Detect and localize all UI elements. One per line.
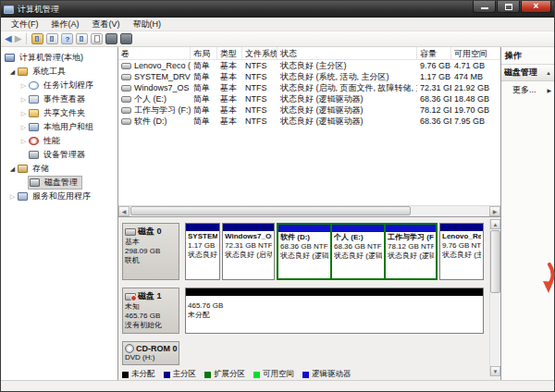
vertical-scrollbar[interactable]: ▲ ▼ — [489, 219, 500, 376]
disk-1-row: 磁盘 1 未知 465.76 GB 没有初始化 465.76 GB 未分配 — [122, 288, 487, 334]
scrollbar-thumb[interactable] — [490, 230, 500, 293]
tree-item-label: 任务计划程序 — [42, 80, 95, 92]
volume-name: 工作与学习 (F:) — [134, 105, 191, 115]
main-area: 计算机管理(本地) ◢ 系统工具 ▷ 任务计划程序 ▷ 事件查看器 ▷ 共享文件… — [1, 47, 554, 380]
cell: 9.76 GB — [417, 61, 451, 70]
back-icon[interactable]: ◀ — [5, 34, 12, 43]
window-panes-icon[interactable] — [46, 33, 58, 44]
show-hide-icon[interactable] — [76, 33, 88, 44]
actions-panel: 操作 磁盘管理 ▲ 更多... ▶ — [500, 47, 554, 380]
partition-lenovo-reco[interactable]: Lenovo_Reco (Q:) 9.76 GB NTFS 状态良好 (主分区) — [439, 223, 484, 280]
tree-item-event-viewer[interactable]: ▷ 事件查看器 — [1, 92, 117, 106]
tree-item-storage[interactable]: ◢ 存储 — [1, 162, 117, 176]
partition-software-d[interactable]: 软件 (D:) 68.36 GB NTFS 状态良好 (逻辑驱动器) — [278, 225, 330, 278]
tree-item-shared-folders[interactable]: ▷ 共享文件夹 — [1, 106, 117, 120]
table-row[interactable]: Windows7_OS (C:) 简单 基本 NTFS 状态良好 (启动, 页面… — [118, 82, 500, 93]
local-users-icon — [29, 123, 39, 131]
scrollbar-track[interactable] — [130, 206, 489, 216]
col-volume[interactable]: 卷 — [118, 47, 191, 60]
col-layout[interactable]: 布局 — [191, 47, 217, 60]
tree-item-local-users[interactable]: ▷ 本地用户和组 — [1, 120, 117, 134]
table-row[interactable]: SYSTEM_DRV 简单 基本 NTFS 状态良好 (系统, 活动, 主分区)… — [118, 71, 500, 82]
volume-icon — [121, 63, 131, 69]
tree-item-performance[interactable]: ▷ 性能 — [1, 134, 117, 148]
forward-icon[interactable]: ▶ — [15, 34, 22, 43]
partition-system-drv[interactable]: SYSTEM_DRV 1.17 GB NTFS 状态良好 (系统, 活动, 主分… — [185, 223, 220, 280]
collapsed-arrow-icon[interactable]: ▷ — [19, 138, 28, 145]
legend-free-swatch — [253, 372, 260, 378]
export-list-icon[interactable] — [91, 33, 103, 44]
manage-icon[interactable] — [120, 33, 132, 44]
services-icon — [18, 192, 28, 201]
properties-icon[interactable] — [105, 33, 117, 44]
scrollbar-thumb[interactable] — [130, 206, 411, 215]
tree-item-disk-management[interactable]: 磁盘管理 — [1, 176, 117, 190]
cell: 78.12 GB — [417, 105, 451, 115]
scroll-right-icon[interactable]: ▶ — [489, 206, 500, 216]
table-row[interactable]: 工作与学习 (F:) 简单 基本 NTFS 状态良好 (逻辑驱动器) 78.12… — [118, 104, 500, 116]
scroll-down-icon[interactable]: ▼ — [490, 366, 500, 376]
close-button[interactable]: × — [521, 1, 551, 13]
volume-icon — [121, 96, 131, 103]
volume-name: 软件 (D:) — [134, 116, 167, 126]
menu-help[interactable]: 帮助(H) — [127, 18, 168, 31]
expanded-arrow-icon[interactable]: ◢ — [8, 68, 17, 76]
tree-item-task-scheduler[interactable]: ▷ 任务计划程序 — [1, 79, 117, 92]
partition-legend: 未分配 主分区 扩展分区 可用空间 逻辑驱动器 — [122, 369, 487, 380]
col-type[interactable]: 类型 — [217, 47, 242, 60]
graphical-view-pane: 磁盘 0 基本 298.09 GB 联机 SYSTEM_DRV 1.17 GB … — [118, 217, 500, 380]
col-free-space[interactable]: 可用空间 — [451, 47, 500, 60]
scroll-left-icon[interactable]: ◀ — [118, 206, 130, 216]
partition-status: 状态良好 (启动, 页面文件, 故障转储, 主分区) — [225, 251, 272, 260]
menu-action[interactable]: 操作(A) — [45, 18, 86, 31]
cell: 68.36 GB — [417, 94, 451, 104]
tree-item-system-tools[interactable]: ◢ 系统工具 — [1, 65, 117, 79]
titlebar: 计算机管理 × — [1, 1, 554, 18]
disk-1-info[interactable]: 磁盘 1 未知 465.76 GB 没有初始化 — [122, 288, 179, 334]
maximize-icon — [505, 4, 512, 10]
menu-file[interactable]: 文件(F) — [5, 18, 45, 31]
scroll-up-icon[interactable]: ▲ — [490, 219, 500, 229]
tree-item-services[interactable]: ▷ 服务和应用程序 — [1, 190, 117, 203]
minimize-button[interactable] — [473, 1, 496, 13]
unallocated-region[interactable]: 465.76 GB 未分配 — [185, 288, 484, 334]
partition-size: 9.76 GB NTFS — [442, 241, 481, 251]
logical-drive-bar — [386, 225, 436, 232]
collapsed-arrow-icon[interactable]: ▷ — [8, 193, 17, 201]
disk-0-info[interactable]: 磁盘 0 基本 298.09 GB 联机 — [122, 223, 179, 280]
partition-status: 状态良好 (逻辑驱动器) — [280, 251, 328, 261]
tree-item-device-manager[interactable]: 设备管理器 — [1, 148, 117, 162]
col-capacity[interactable]: 容量 — [417, 47, 451, 60]
cell: 72.31 GB — [417, 83, 451, 92]
expanded-arrow-icon[interactable]: ◢ — [8, 165, 17, 173]
table-row[interactable]: 个人 (E:) 简单 基本 NTFS 状态良好 (逻辑驱动器) 68.36 GB… — [118, 93, 500, 104]
tree-item-computer-management[interactable]: 计算机管理(本地) — [1, 51, 117, 65]
collapsed-arrow-icon[interactable]: ▷ — [19, 124, 28, 131]
help-icon[interactable]: ? — [61, 33, 73, 44]
col-filesystem[interactable]: 文件系统 — [242, 47, 278, 60]
tree-item-label: 性能 — [42, 135, 62, 147]
cell: NTFS — [242, 105, 278, 115]
actions-more[interactable]: 更多... ▶ — [501, 81, 554, 99]
partition-windows7-os[interactable]: Windows7_OS (C:) 72.31 GB NTFS 状态良好 (启动,… — [222, 223, 275, 280]
collapsed-arrow-icon[interactable]: ▷ — [19, 96, 28, 104]
table-row[interactable]: 软件 (D:) 简单 基本 NTFS 状态良好 (逻辑驱动器) 68.36 GB… — [118, 116, 500, 127]
partition-work-study-f[interactable]: 工作与学习 (F:) 78.12 GB NTFS 状态良好 (逻辑驱动器) — [386, 225, 436, 278]
console-tree-icon[interactable] — [31, 33, 43, 44]
volume-icon — [121, 107, 131, 114]
collapsed-arrow-icon[interactable]: ▷ — [19, 110, 28, 117]
collapse-caret-icon[interactable]: ▲ — [546, 70, 551, 76]
scrollbar-track[interactable] — [490, 229, 500, 366]
maximize-button[interactable] — [497, 1, 520, 13]
actions-disk-management[interactable]: 磁盘管理 ▲ — [501, 65, 554, 81]
cell: 简单 — [191, 116, 217, 128]
tree-item-label: 设备管理器 — [42, 149, 87, 161]
menu-view[interactable]: 查看(V) — [86, 18, 127, 31]
table-row[interactable]: Lenovo_Reco (Q:) 简单 基本 NTFS 状态良好 (主分区) 9… — [118, 60, 500, 71]
partition-personal-e[interactable]: 个人 (E:) 68.36 GB NTFS 状态良好 (逻辑驱动器) — [332, 225, 384, 278]
cdrom-info[interactable]: CD-ROM 0 DVD (H:) — [122, 341, 179, 365]
collapsed-arrow-icon[interactable]: ▷ — [19, 82, 28, 90]
col-status[interactable]: 状态 — [278, 47, 417, 60]
partition-status: 状态良好 (主分区) — [442, 251, 481, 260]
horizontal-scrollbar[interactable]: ◀ ▶ — [118, 205, 500, 216]
